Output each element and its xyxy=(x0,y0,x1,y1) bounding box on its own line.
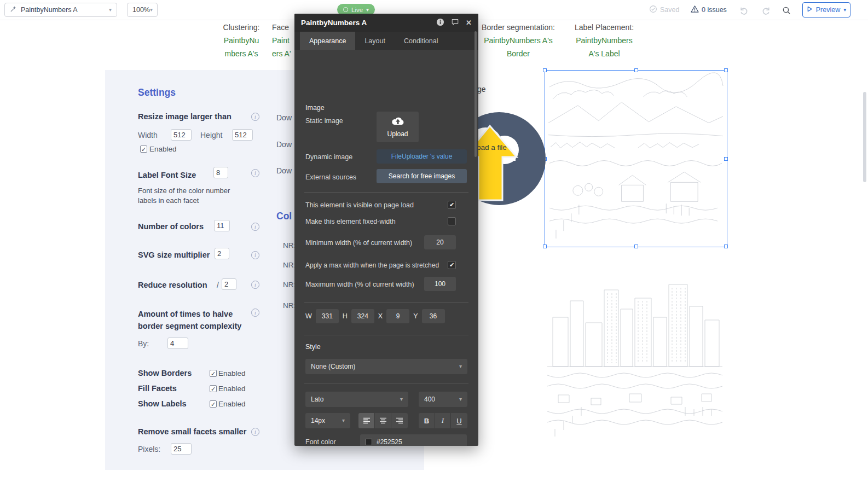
font-family-dropdown[interactable]: Lato ▾ xyxy=(305,392,408,407)
info-icon[interactable] xyxy=(436,18,444,28)
undo-button[interactable] xyxy=(738,4,750,16)
selected-image-element[interactable] xyxy=(545,70,727,247)
resize-handle-s[interactable] xyxy=(634,245,638,248)
saved-check-icon xyxy=(649,5,657,15)
static-image-label: Static image xyxy=(305,117,343,125)
visible-on-load-checkbox[interactable]: ✔ xyxy=(448,201,456,209)
width-input[interactable] xyxy=(171,129,192,141)
underline-button[interactable]: U xyxy=(451,413,467,428)
panel-header[interactable]: PaintbyNumbers A ✕ xyxy=(294,14,478,32)
close-icon[interactable]: ✕ xyxy=(466,19,472,27)
color-swatch[interactable] xyxy=(366,439,372,445)
check-icon: ✓ xyxy=(211,401,216,408)
italic-button[interactable]: I xyxy=(435,413,451,428)
external-sources-label: External sources xyxy=(305,173,356,181)
resize-enabled-checkbox[interactable]: ✓ xyxy=(140,146,147,153)
tab-appearance[interactable]: Appearance xyxy=(300,32,355,50)
redo-button[interactable] xyxy=(760,4,772,16)
by-label: By: xyxy=(138,339,149,348)
x-label: X xyxy=(378,312,383,320)
info-icon[interactable]: i xyxy=(251,223,259,231)
reduce-resolution-input[interactable] xyxy=(222,278,236,290)
min-width-input[interactable] xyxy=(424,235,456,249)
resize-handle-e[interactable] xyxy=(724,157,728,161)
style-dropdown[interactable]: None (Custom) ▾ xyxy=(305,359,467,374)
info-icon[interactable]: i xyxy=(251,309,259,317)
height-dim-input[interactable] xyxy=(351,309,374,323)
panel-scrollbar[interactable] xyxy=(474,31,477,157)
fill-facets-checkbox[interactable]: ✓ xyxy=(210,385,217,392)
font-weight-dropdown[interactable]: 400 ▾ xyxy=(419,392,467,407)
divider xyxy=(304,335,468,335)
issues-indicator[interactable]: 0 issues xyxy=(691,0,727,20)
height-input[interactable] xyxy=(232,129,253,141)
font-color-field[interactable]: #252525 xyxy=(360,434,467,446)
canvas-header-label-placement: Label Placement: PaintbyNumbers A's Labe… xyxy=(551,21,657,60)
resize-handle-nw[interactable] xyxy=(543,68,547,72)
comment-icon[interactable] xyxy=(451,18,459,27)
bold-button[interactable]: B xyxy=(419,413,435,428)
svg-multiplier-input[interactable] xyxy=(215,248,229,259)
zoom-value: 100% xyxy=(132,6,150,14)
resize-handle-sw[interactable] xyxy=(543,245,547,248)
info-icon[interactable]: i xyxy=(251,251,259,259)
resize-handle-se[interactable] xyxy=(724,245,728,248)
tab-layout[interactable]: Layout xyxy=(355,32,395,50)
font-color-value: #252525 xyxy=(377,438,402,446)
chevron-down-icon: ▾ xyxy=(459,364,462,369)
search-free-images-button[interactable]: Search for free images xyxy=(377,169,467,183)
font-family-value: Lato xyxy=(311,395,323,403)
width-dim-input[interactable] xyxy=(316,309,339,323)
font-size-dropdown[interactable]: 14px ▾ xyxy=(305,413,350,428)
zoom-dropdown[interactable]: 100% ▾ xyxy=(127,3,158,17)
check-icon: ✓ xyxy=(211,370,216,377)
align-right-button[interactable] xyxy=(391,413,408,428)
label-font-size-help: Font size of the color number labels in … xyxy=(138,186,235,206)
max-width-input[interactable] xyxy=(424,277,456,291)
element-type-icon xyxy=(10,5,17,14)
enabled-label: Enabled xyxy=(218,385,246,393)
uploader-text-fragment: ge xyxy=(477,85,486,94)
fixed-width-checkbox[interactable] xyxy=(448,217,456,225)
align-center-button[interactable] xyxy=(375,413,391,428)
align-left-button[interactable] xyxy=(358,413,375,428)
y-position-input[interactable] xyxy=(422,309,445,323)
element-selector-dropdown[interactable]: PaintbyNumbers A ▾ xyxy=(4,3,117,17)
apply-max-width-checkbox[interactable]: ✔ xyxy=(448,261,456,269)
enabled-label: Enabled xyxy=(149,145,177,153)
number-of-colors-input[interactable] xyxy=(214,220,230,231)
window-scrollbar[interactable] xyxy=(863,92,866,182)
clipped-download-label: Dow xyxy=(276,113,292,122)
info-icon[interactable]: i xyxy=(251,281,259,289)
info-icon[interactable]: i xyxy=(251,428,259,436)
header-label: Label Placement: xyxy=(551,21,657,34)
dynamic-image-expression[interactable]: FileUploader 's value xyxy=(377,149,467,164)
preview-button[interactable]: Preview ▾ xyxy=(802,2,850,18)
dynamic-image-value: FileUploader 's value xyxy=(391,153,453,160)
underline-icon: U xyxy=(456,417,461,425)
chevron-down-icon: ▾ xyxy=(400,397,403,402)
resize-handle-ne[interactable] xyxy=(724,68,728,72)
check-icon: ✔ xyxy=(449,201,454,208)
cityscape-preview-image[interactable] xyxy=(542,268,728,443)
upload-button[interactable]: Upload xyxy=(377,112,419,142)
info-icon[interactable]: i xyxy=(251,113,259,121)
info-icon[interactable]: i xyxy=(251,169,259,177)
halve-complexity-label: Amount of times to halve border segment … xyxy=(138,308,250,332)
editor-window: PaintbyNumbers A ▾ 100% ▾ Saved 0 issues xyxy=(0,0,868,477)
live-label: Live xyxy=(351,7,363,13)
remove-small-facets-label: Remove small facets smaller xyxy=(138,427,246,436)
x-position-input[interactable] xyxy=(386,309,409,323)
tab-conditional[interactable]: Conditional xyxy=(395,32,448,50)
element-selector-value: PaintbyNumbers A xyxy=(21,6,105,14)
show-labels-checkbox[interactable]: ✓ xyxy=(210,400,217,408)
text-style-group: B I U xyxy=(419,413,467,428)
chevron-down-icon: ▾ xyxy=(366,7,369,13)
search-button[interactable] xyxy=(780,4,792,16)
by-input[interactable] xyxy=(167,338,188,349)
label-font-size-input[interactable] xyxy=(213,167,228,178)
panel-title: PaintbyNumbers A xyxy=(301,19,367,27)
show-borders-checkbox[interactable]: ✓ xyxy=(210,370,217,377)
pixels-input[interactable] xyxy=(171,443,192,455)
resize-handle-n[interactable] xyxy=(634,68,638,72)
